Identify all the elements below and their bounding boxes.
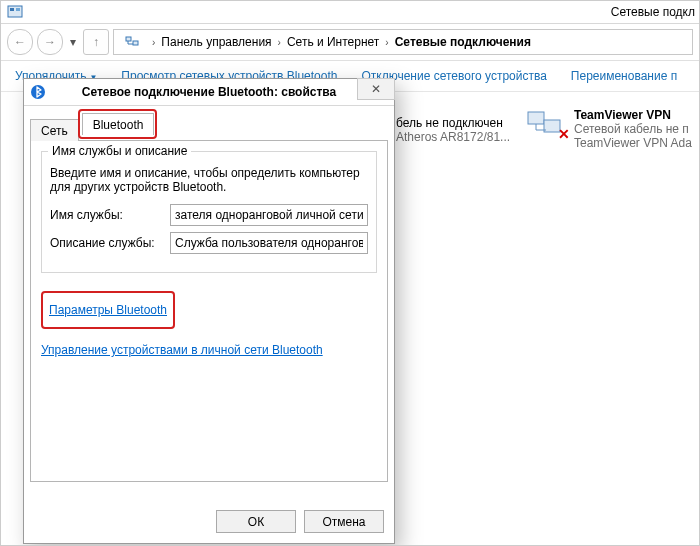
group-title: Имя службы и описание: [48, 144, 191, 158]
network-item-vpn[interactable]: ✕ TeamViewer VPN Сетевой кабель не п Tea…: [526, 108, 692, 150]
network-adapter-icon: ✕: [526, 108, 564, 138]
tab-bluetooth[interactable]: Bluetooth: [82, 113, 155, 135]
svg-rect-5: [528, 112, 544, 124]
content-area: бель не подключен Atheros AR8172/81... ✕…: [1, 92, 699, 546]
ok-button[interactable]: ОК: [216, 510, 296, 533]
manage-devices-link[interactable]: Управление устройствами в личной сети Bl…: [41, 343, 323, 357]
dialog-titlebar: Сетевое подключение Bluetooth: свойства …: [24, 79, 394, 106]
tab-strip: Сеть Bluetooth: [24, 106, 394, 140]
arrow-right-icon: →: [44, 35, 56, 49]
control-panel-icon: [7, 4, 23, 20]
dialog-title: Сетевое подключение Bluetooth: свойства: [30, 85, 388, 99]
arrow-up-icon: ↑: [93, 35, 99, 49]
address-bar[interactable]: › Панель управления› Сеть и Интернет› Се…: [113, 29, 693, 55]
tab-panel: Имя службы и описание Введите имя и опис…: [30, 140, 388, 482]
chevron-right-icon: ›: [276, 37, 283, 48]
breadcrumb-seg[interactable]: Сетевые подключения: [395, 35, 531, 49]
vpn-status: Сетевой кабель не п: [574, 122, 692, 136]
vpn-adapter: TeamViewer VPN Ada: [574, 136, 692, 150]
vpn-name: TeamViewer VPN: [574, 108, 692, 122]
chevron-right-icon: ›: [383, 37, 390, 48]
properties-dialog: Сетевое подключение Bluetooth: свойства …: [23, 78, 395, 544]
status-text: бель не подключен: [396, 116, 510, 130]
chevron-down-icon[interactable]: ▾: [67, 30, 79, 54]
service-name-input[interactable]: [170, 204, 368, 226]
svg-rect-2: [16, 8, 20, 11]
titlebar: Сетевые подкл: [1, 1, 699, 24]
rename-connection[interactable]: Переименование п: [571, 69, 677, 83]
navbar: ← → ▾ ↑ › Панель управления› Сеть и Инте…: [1, 24, 699, 61]
svg-rect-3: [126, 37, 131, 41]
tab-network[interactable]: Сеть: [30, 119, 79, 141]
adapter-text: Atheros AR8172/81...: [396, 130, 510, 144]
links-area: Параметры Bluetooth Управление устройств…: [41, 291, 377, 363]
svg-rect-4: [133, 41, 138, 45]
service-desc-row: Описание службы:: [50, 232, 368, 254]
dialog-buttons: ОК Отмена: [216, 510, 384, 533]
highlight-box: Параметры Bluetooth: [41, 291, 175, 329]
breadcrumb-seg[interactable]: Панель управления›: [161, 35, 283, 49]
svg-rect-1: [10, 8, 14, 11]
service-name-row: Имя службы:: [50, 204, 368, 226]
error-x-icon: ✕: [558, 126, 570, 142]
explorer-window: Сетевые подкл ← → ▾ ↑ › Панель управлени…: [0, 0, 700, 546]
window-title: Сетевые подкл: [611, 5, 699, 19]
highlight-box: Bluetooth: [78, 109, 158, 139]
service-desc-input[interactable]: [170, 232, 368, 254]
service-group: Имя службы и описание Введите имя и опис…: [41, 151, 377, 273]
breadcrumb-seg[interactable]: Сеть и Интернет›: [287, 35, 391, 49]
up-button[interactable]: ↑: [83, 29, 109, 55]
close-icon: ✕: [371, 82, 381, 96]
network-icon: [124, 34, 140, 50]
bluetooth-params-link[interactable]: Параметры Bluetooth: [49, 303, 167, 317]
close-button[interactable]: ✕: [357, 78, 395, 100]
group-description: Введите имя и описание, чтобы определить…: [50, 166, 368, 194]
service-name-label: Имя службы:: [50, 208, 162, 222]
chevron-right-icon: ›: [150, 37, 157, 48]
back-button[interactable]: ←: [7, 29, 33, 55]
cancel-button[interactable]: Отмена: [304, 510, 384, 533]
service-desc-label: Описание службы:: [50, 236, 162, 250]
svg-rect-0: [8, 6, 22, 17]
forward-button[interactable]: →: [37, 29, 63, 55]
arrow-left-icon: ←: [14, 35, 26, 49]
